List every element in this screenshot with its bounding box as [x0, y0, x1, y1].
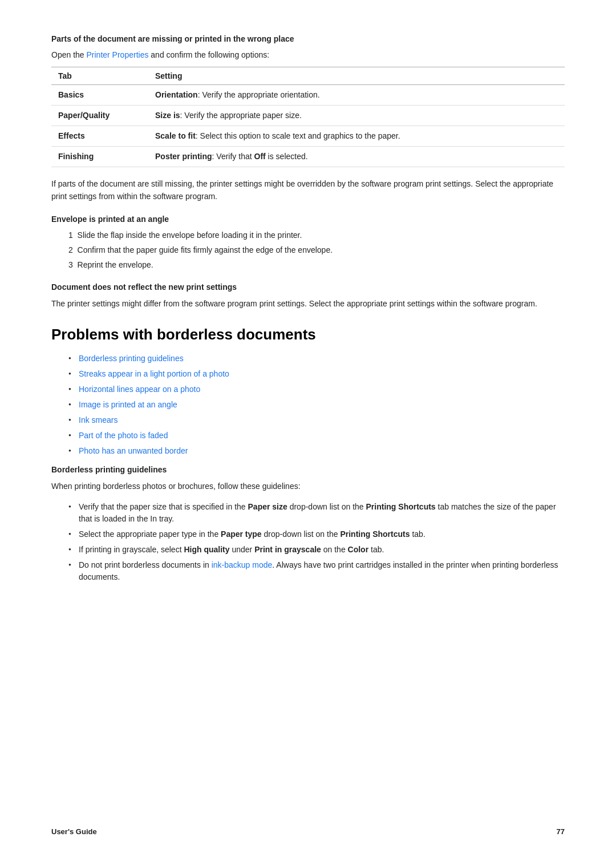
footer-right: 77: [557, 827, 565, 836]
page-footer: User's Guide 77: [51, 827, 565, 836]
list-item: Do not print borderless documents in ink…: [68, 559, 565, 583]
table-cell-setting-paperquality: Size is: Verify the appropriate paper si…: [148, 106, 565, 126]
table-cell-setting-finishing: Poster printing: Verify that Off is sele…: [148, 147, 565, 167]
table-row: Basics Orientation: Verify the appropria…: [51, 85, 565, 106]
section-envelope-angle: Envelope is printed at an angle 1 Slide …: [51, 215, 565, 271]
section-heading-borderless: Borderless printing guidelines: [51, 465, 565, 474]
section4-intro: When printing borderless photos or broch…: [51, 480, 565, 492]
table-col-setting: Setting: [148, 67, 565, 85]
link-borderless-guidelines[interactable]: Borderless printing guidelines: [79, 354, 184, 363]
link-streaks[interactable]: Streaks appear in a light portion of a p…: [79, 369, 229, 378]
section-parts-missing: Parts of the document are missing or pri…: [51, 34, 565, 203]
list-item-horizontal-lines: Horizontal lines appear on a photo: [68, 383, 565, 395]
list-item-ink-smears: Ink smears: [68, 414, 565, 426]
envelope-steps-list: 1 Slide the flap inside the envelope bef…: [68, 229, 565, 271]
borderless-links-list: Borderless printing guidelines Streaks a…: [68, 353, 565, 457]
footer-left: User's Guide: [51, 827, 97, 836]
list-item: 2 Confirm that the paper guide fits firm…: [68, 244, 565, 256]
list-item-unwanted-border: Photo has an unwanted border: [68, 445, 565, 457]
borderless-guidelines-list: Verify that the paper size that is speci…: [68, 501, 565, 583]
printer-properties-link[interactable]: Printer Properties: [87, 50, 149, 59]
table-row: Finishing Poster printing: Verify that O…: [51, 147, 565, 167]
printer-properties-table: Tab Setting Basics Orientation: Verify t…: [51, 67, 565, 167]
section-heading-reflect: Document does not reflect the new print …: [51, 282, 565, 292]
list-item: 3 Reprint the envelope.: [68, 259, 565, 271]
section-doc-reflect: Document does not reflect the new print …: [51, 282, 565, 310]
table-cell-setting-effects: Scale to fit: Select this option to scal…: [148, 126, 565, 147]
link-ink-smears[interactable]: Ink smears: [79, 415, 117, 425]
table-col-tab: Tab: [51, 67, 148, 85]
section1-intro: Open the Printer Properties and confirm …: [51, 49, 565, 61]
main-section-title: Problems with borderless documents: [51, 326, 565, 343]
list-item-borderless-guidelines: Borderless printing guidelines: [68, 353, 565, 365]
section-heading-envelope: Envelope is printed at an angle: [51, 215, 565, 224]
list-item-faded: Part of the photo is faded: [68, 430, 565, 442]
link-angle[interactable]: Image is printed at an angle: [79, 400, 177, 409]
section1-body: If parts of the document are still missi…: [51, 177, 565, 203]
table-cell-tab-effects: Effects: [51, 126, 148, 147]
link-horizontal-lines[interactable]: Horizontal lines appear on a photo: [79, 385, 200, 394]
link-unwanted-border[interactable]: Photo has an unwanted border: [79, 446, 188, 455]
section-heading-parts-missing: Parts of the document are missing or pri…: [51, 34, 565, 43]
section3-body: The printer settings might differ from t…: [51, 297, 565, 310]
list-item: Verify that the paper size that is speci…: [68, 501, 565, 525]
link-ink-backup-mode[interactable]: ink-backup mode: [212, 560, 273, 569]
link-faded[interactable]: Part of the photo is faded: [79, 431, 168, 440]
table-row: Effects Scale to fit: Select this option…: [51, 126, 565, 147]
list-item: If printing in grayscale, select High qu…: [68, 544, 565, 556]
section-borderless-guidelines: Borderless printing guidelines When prin…: [51, 465, 565, 583]
table-cell-setting-basics: Orientation: Verify the appropriate orie…: [148, 85, 565, 106]
table-cell-tab-finishing: Finishing: [51, 147, 148, 167]
list-item-angle: Image is printed at an angle: [68, 399, 565, 411]
list-item: 1 Slide the flap inside the envelope bef…: [68, 229, 565, 241]
table-cell-tab-paperquality: Paper/Quality: [51, 106, 148, 126]
list-item: Select the appropriate paper type in the…: [68, 528, 565, 540]
table-row: Paper/Quality Size is: Verify the approp…: [51, 106, 565, 126]
table-cell-tab-basics: Basics: [51, 85, 148, 106]
list-item-streaks: Streaks appear in a light portion of a p…: [68, 368, 565, 380]
